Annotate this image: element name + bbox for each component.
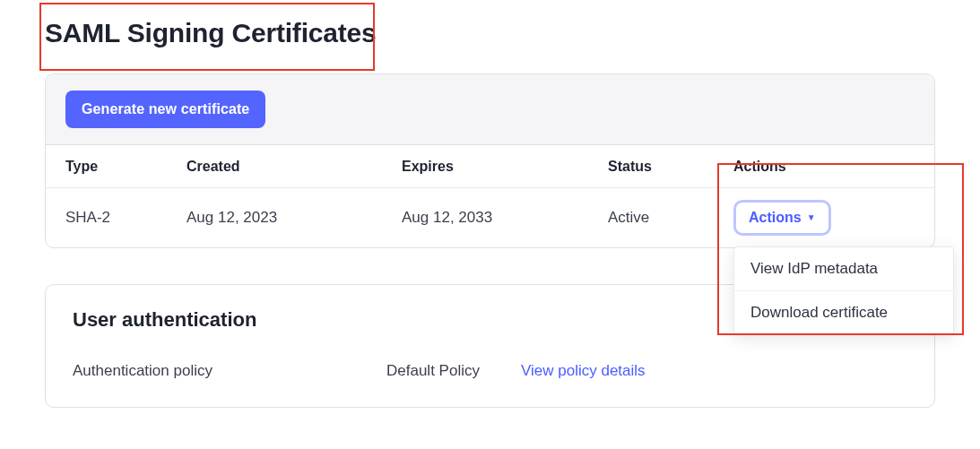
saml-certificates-card: Generate new certificate Type Created Ex… <box>45 73 935 248</box>
page-title: SAML Signing Certificates <box>45 18 377 48</box>
authentication-policy-value: Default Policy <box>386 362 521 380</box>
column-header-actions: Actions <box>733 159 841 175</box>
cell-type: SHA-2 <box>65 209 186 227</box>
card-header: Generate new certificate <box>46 74 934 145</box>
column-header-type: Type <box>65 159 186 175</box>
actions-dropdown-menu: View IdP metadata Download certificate <box>733 246 954 335</box>
column-header-expires: Expires <box>402 159 608 175</box>
cell-actions: Actions ▼ View IdP metadata Download cer… <box>733 200 841 236</box>
table-header-row: Type Created Expires Status Actions <box>46 145 934 188</box>
column-header-created: Created <box>186 159 402 175</box>
generate-certificate-button[interactable]: Generate new certificate <box>65 91 265 128</box>
actions-dropdown-button[interactable]: Actions ▼ <box>733 200 831 236</box>
authentication-policy-label: Authentication policy <box>73 362 386 380</box>
column-header-status: Status <box>608 159 733 175</box>
cell-status: Active <box>608 209 733 227</box>
menu-item-view-idp-metadata[interactable]: View IdP metadata <box>734 247 953 290</box>
certificates-table: Type Created Expires Status Actions SHA-… <box>46 145 934 247</box>
actions-button-label: Actions <box>749 210 802 226</box>
chevron-down-icon: ▼ <box>807 213 816 222</box>
cell-expires: Aug 12, 2033 <box>402 209 608 227</box>
cell-created: Aug 12, 2023 <box>186 209 402 227</box>
menu-item-download-certificate[interactable]: Download certificate <box>734 290 953 334</box>
authentication-policy-row: Authentication policy Default Policy Vie… <box>73 362 907 380</box>
view-policy-details-link[interactable]: View policy details <box>521 362 646 380</box>
table-row: SHA-2 Aug 12, 2023 Aug 12, 2033 Active A… <box>46 188 934 247</box>
